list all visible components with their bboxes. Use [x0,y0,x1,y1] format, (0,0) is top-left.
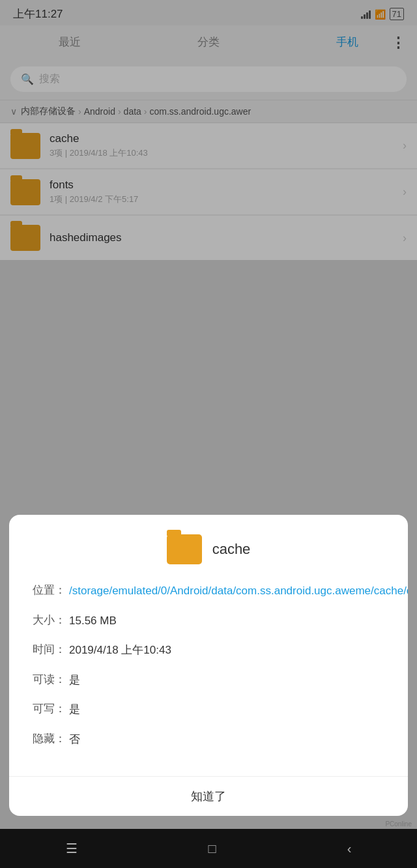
info-row-time: 时间： 2019/4/18 上午10:43 [33,642,384,659]
info-label-time: 时间： [33,642,69,657]
info-value-readable: 是 [69,672,80,689]
info-value-location[interactable]: /storage/emulated/0/Android/data/com.ss.… [69,583,408,600]
dialog-header: cache [33,534,384,564]
dialog-folder-icon [167,534,202,564]
dialog-content: cache 位置： /storage/emulated/0/Android/da… [9,515,408,776]
info-label-location: 位置： [33,583,69,598]
info-value-writable: 是 [69,701,80,718]
info-row-writable: 可写： 是 [33,701,384,718]
info-row-location: 位置： /storage/emulated/0/Android/data/com… [33,583,384,600]
info-label-readable: 可读： [33,672,69,687]
info-value-time: 2019/4/18 上午10:43 [69,642,171,659]
dialog-info: 位置： /storage/emulated/0/Android/data/com… [33,583,384,747]
dialog-title: cache [212,541,251,558]
file-detail-dialog: cache 位置： /storage/emulated/0/Android/da… [9,515,408,816]
confirm-button[interactable]: 知道了 [9,777,408,816]
info-row-size: 大小： 15.56 MB [33,613,384,629]
info-row-readable: 可读： 是 [33,672,384,689]
info-row-hidden: 隐藏： 否 [33,731,384,748]
info-value-hidden: 否 [69,731,80,748]
info-label-hidden: 隐藏： [33,731,69,746]
info-label-writable: 可写： [33,701,69,716]
info-value-size: 15.56 MB [69,613,117,629]
info-label-size: 大小： [33,613,69,628]
